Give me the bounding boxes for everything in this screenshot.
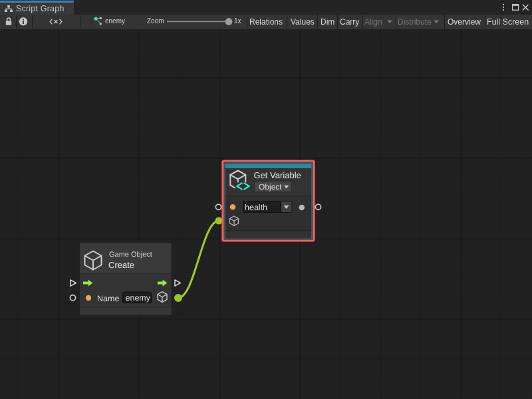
svg-text:health: health bbox=[245, 203, 267, 212]
svg-text:Get Variable: Get Variable bbox=[254, 170, 301, 180]
svg-text:enemy: enemy bbox=[126, 293, 151, 303]
svg-text:Create: Create bbox=[108, 260, 134, 270]
svg-text:Name: Name bbox=[97, 294, 119, 303]
svg-text:Game Object: Game Object bbox=[109, 251, 152, 259]
svg-text:Object: Object bbox=[259, 182, 282, 192]
